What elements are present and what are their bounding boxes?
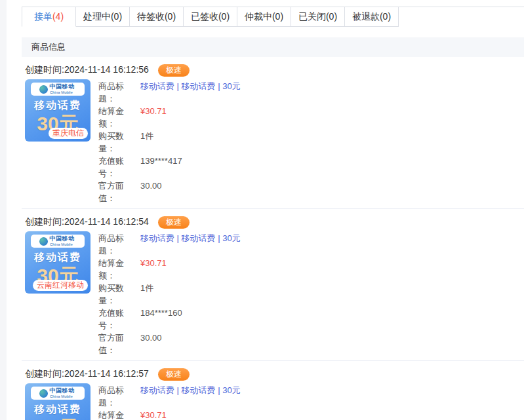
- tab-label: 已签收: [191, 11, 218, 22]
- tab-received[interactable]: 已签收(0): [184, 7, 237, 27]
- tab-count: (0): [326, 11, 337, 22]
- tab-refunded[interactable]: 被退款(0): [345, 7, 399, 27]
- recharge-account-value: 184****160: [140, 307, 182, 332]
- order-created-time: 创建时间:2024-11-14 16:12:54: [25, 216, 149, 228]
- speed-badge: 极速: [158, 64, 190, 77]
- tab-count: (0): [165, 11, 176, 22]
- settle-amount-label: 结算金额：: [98, 105, 140, 130]
- product-title-label: 商品标题：: [98, 384, 140, 409]
- created-time-label: 创建时间:: [25, 368, 64, 379]
- speed-badge: 极速: [158, 368, 190, 381]
- order-card: 创建时间:2024-11-14 16:12:56 极速 中国移动 China M…: [22, 57, 524, 209]
- tab-processing[interactable]: 处理中(0): [76, 7, 130, 27]
- order-created-time: 创建时间:2024-11-14 16:12:57: [25, 368, 149, 380]
- order-details: 商品标题：移动话费 | 移动话费 | 30元 结算金额：¥30.71 购买数量：…: [98, 79, 241, 204]
- quantity-label: 购买数量：: [98, 130, 140, 155]
- quantity-value: 1件: [140, 130, 153, 155]
- product-title-link[interactable]: 移动话费 | 移动话费 | 30元: [140, 232, 241, 257]
- tab-label: 处理中: [83, 11, 111, 22]
- order-time-row: 创建时间:2024-11-14 16:12:57 极速: [25, 368, 524, 381]
- order-details: 商品标题：移动话费 | 移动话费 | 30元 结算金额：¥30.71 购买数量：…: [98, 231, 241, 356]
- brand-name-en: China Mobile: [50, 90, 73, 94]
- china-mobile-icon: [39, 237, 48, 246]
- settle-amount-value: ¥30.71: [140, 409, 167, 420]
- order-list: 创建时间:2024-11-14 16:12:56 极速 中国移动 China M…: [22, 57, 524, 420]
- product-title-label: 商品标题：: [98, 80, 140, 105]
- created-time-value: 2024-11-14 16:12:57: [64, 368, 149, 379]
- settle-amount-label: 结算金额：: [98, 409, 140, 420]
- order-details: 商品标题：移动话费 | 移动话费 | 30元 结算金额：¥30.71 购买数量：…: [98, 383, 241, 420]
- tab-count: (0): [380, 11, 391, 22]
- brand-text: 中国移动 China Mobile: [50, 388, 77, 398]
- brand-name-en: China Mobile: [50, 394, 73, 398]
- settle-amount-value: ¥30.71: [140, 105, 167, 130]
- face-value-value: 30.00: [140, 332, 162, 356]
- product-title-label: 商品标题：: [98, 232, 140, 257]
- tab-receive-orders[interactable]: 接单(4): [22, 7, 76, 27]
- section-header-product-info: 商品信息: [22, 37, 524, 57]
- tab-label: 接单: [34, 11, 52, 22]
- status-tab-bar: 接单(4) 处理中(0) 待签收(0) 已签收(0) 仲裁中(0) 已关闭(0)…: [22, 7, 524, 27]
- region-tag: 云南红河移动: [33, 280, 88, 291]
- settle-amount-value: ¥30.71: [140, 257, 167, 282]
- order-card: 创建时间:2024-11-14 16:12:54 极速 中国移动 China M…: [22, 209, 524, 361]
- tab-label: 已关闭: [298, 11, 326, 22]
- order-time-row: 创建时间:2024-11-14 16:12:54 极速: [25, 216, 524, 229]
- product-title-link[interactable]: 移动话费 | 移动话费 | 30元: [140, 80, 241, 105]
- tab-count: (0): [272, 11, 283, 22]
- china-mobile-icon: [39, 85, 48, 94]
- tab-closed[interactable]: 已关闭(0): [291, 7, 345, 27]
- product-name: 移动话费: [25, 99, 91, 113]
- brand-name-cn: 中国移动: [50, 388, 77, 394]
- tab-label: 被退款: [352, 11, 380, 22]
- product-thumbnail[interactable]: 中国移动 China Mobile 移动话费 30元 重庆电信: [25, 79, 91, 142]
- product-denomination: 30元: [25, 417, 91, 420]
- china-mobile-brand-pill: 中国移动 China Mobile: [31, 83, 85, 96]
- china-mobile-brand-pill: 中国移动 China Mobile: [31, 235, 85, 248]
- tab-pending-receipt[interactable]: 待签收(0): [130, 7, 184, 27]
- tab-bar-filler: [399, 7, 524, 27]
- face-value-label: 官方面值：: [98, 332, 140, 356]
- china-mobile-icon: [39, 389, 48, 398]
- product-name: 移动话费: [25, 403, 91, 417]
- order-card: 创建时间:2024-11-14 16:12:57 极速 中国移动 China M…: [22, 361, 524, 420]
- recharge-account-label: 充值账号：: [98, 155, 140, 180]
- product-thumbnail[interactable]: 中国移动 China Mobile 移动话费 30元 安徽安庆电信: [25, 383, 91, 420]
- settle-amount-label: 结算金额：: [98, 257, 140, 282]
- brand-name-cn: 中国移动: [50, 236, 77, 242]
- tab-count: (4): [52, 11, 64, 22]
- created-time-label: 创建时间:: [25, 216, 64, 227]
- tab-count: (0): [111, 11, 122, 22]
- recharge-account-value: 139****417: [140, 155, 182, 180]
- tab-count: (0): [218, 11, 230, 22]
- order-time-row: 创建时间:2024-11-14 16:12:56 极速: [25, 64, 524, 77]
- order-panel: 接单(4) 处理中(0) 待签收(0) 已签收(0) 仲裁中(0) 已关闭(0)…: [22, 7, 524, 420]
- region-tag: 重庆电信: [49, 128, 88, 139]
- page-left-gutter: [0, 0, 7, 420]
- tab-label: 待签收: [137, 11, 165, 22]
- brand-name-cn: 中国移动: [50, 84, 77, 90]
- order-created-time: 创建时间:2024-11-14 16:12:56: [25, 64, 149, 76]
- product-title-link[interactable]: 移动话费 | 移动话费 | 30元: [140, 384, 241, 409]
- product-thumbnail[interactable]: 中国移动 China Mobile 移动话费 30元 云南红河移动: [25, 231, 91, 294]
- quantity-value: 1件: [140, 282, 153, 307]
- brand-text: 中国移动 China Mobile: [50, 236, 77, 246]
- product-name: 移动话费: [25, 251, 91, 265]
- speed-badge: 极速: [158, 216, 190, 229]
- created-time-value: 2024-11-14 16:12:54: [64, 216, 149, 227]
- created-time-value: 2024-11-14 16:12:56: [64, 64, 149, 75]
- created-time-label: 创建时间:: [25, 64, 64, 75]
- brand-name-en: China Mobile: [50, 242, 73, 246]
- tab-label: 仲裁中: [245, 11, 272, 22]
- recharge-account-label: 充值账号：: [98, 307, 140, 332]
- quantity-label: 购买数量：: [98, 282, 140, 307]
- china-mobile-brand-pill: 中国移动 China Mobile: [31, 387, 85, 400]
- brand-text: 中国移动 China Mobile: [50, 84, 77, 94]
- face-value-label: 官方面值：: [98, 180, 140, 204]
- tab-arbitration[interactable]: 仲裁中(0): [237, 7, 291, 27]
- face-value-value: 30.00: [140, 180, 162, 204]
